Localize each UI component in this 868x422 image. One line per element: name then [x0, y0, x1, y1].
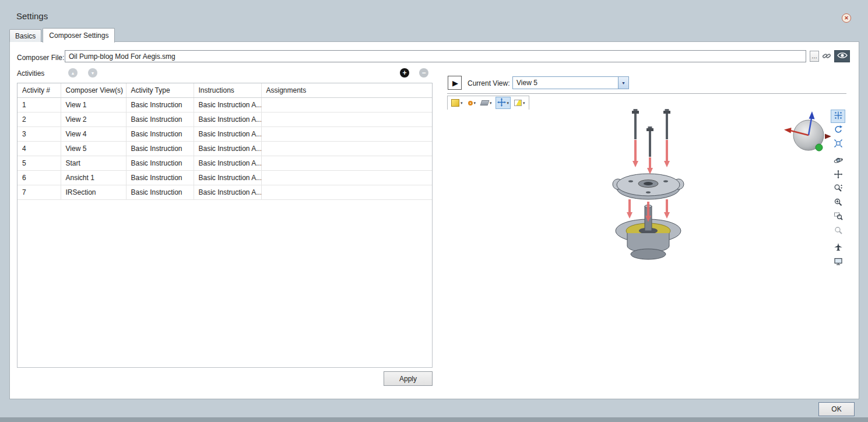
table-cell: 5: [17, 156, 61, 171]
table-cell: [261, 156, 432, 171]
table-cell: [261, 112, 432, 127]
table-cell: Basic Instruction: [126, 112, 194, 127]
table-row[interactable]: 3View 4Basic InstructionBasic Instructio…: [17, 127, 432, 142]
fly-through-button[interactable]: [831, 241, 845, 255]
orbit-button[interactable]: [831, 154, 845, 168]
move-mode-button[interactable]: ▾: [496, 97, 511, 109]
table-cell: Basic Instruction A...: [194, 98, 261, 112]
dropdown-arrow-icon[interactable]: ▼: [618, 77, 628, 89]
table-cell: Basic Instruction: [126, 142, 194, 156]
table-cell: Basic Instruction A...: [194, 142, 261, 156]
move-activity-up-button[interactable]: ▲: [68, 68, 78, 78]
orientation-orb[interactable]: [783, 108, 832, 160]
table-cell: 2: [17, 112, 61, 127]
add-activity-button[interactable]: +: [400, 68, 409, 78]
zoom-button[interactable]: [831, 182, 845, 196]
chevron-down-icon[interactable]: ▾: [461, 101, 463, 106]
markup-button[interactable]: ▾: [479, 97, 494, 109]
pump-cover: [613, 174, 684, 199]
table-cell: 4: [17, 142, 61, 156]
column-header[interactable]: Composer View(s): [61, 83, 126, 98]
zoom-area-icon: [834, 212, 843, 223]
bolt: [632, 109, 670, 157]
table-cell: IRSection: [61, 185, 126, 200]
activities-table-body: 1View 1Basic InstructionBasic Instructio…: [17, 98, 432, 200]
zoom-area-button[interactable]: [831, 210, 845, 224]
zoom-selection-button[interactable]: [831, 224, 845, 238]
eraser-icon: [480, 100, 490, 106]
turntable-button[interactable]: ▾: [466, 97, 478, 109]
window-bottom-edge: [0, 417, 868, 422]
table-row[interactable]: 4View 5Basic InstructionBasic Instructio…: [17, 142, 432, 156]
tab-composer-settings[interactable]: Composer Settings: [43, 28, 115, 43]
browse-button[interactable]: …: [810, 51, 819, 62]
zoom-selection-icon: [834, 226, 843, 237]
table-cell: [261, 185, 432, 200]
pan-button[interactable]: [831, 168, 845, 182]
window-title: Settings: [16, 11, 48, 21]
composer-file-input[interactable]: [65, 50, 806, 62]
table-cell: Ansicht 1: [61, 171, 126, 185]
target-move-button[interactable]: [831, 110, 845, 123]
column-header[interactable]: Activity #: [17, 83, 61, 98]
screen-icon: [834, 256, 843, 268]
table-row[interactable]: 6Ansicht 1Basic InstructionBasic Instruc…: [17, 171, 432, 185]
link-file-button[interactable]: [821, 51, 832, 62]
zoom-icon: [834, 184, 843, 195]
view-tools-toolbar: [831, 110, 845, 269]
zoom-in-button[interactable]: [831, 196, 845, 210]
plus-icon: +: [402, 69, 406, 77]
close-icon: ✕: [844, 15, 849, 21]
table-row[interactable]: 2View 2Basic InstructionBasic Instructio…: [17, 112, 432, 127]
play-icon: ▶: [452, 79, 458, 87]
player-toolbar: ▾ ▾ ▾ ▾ ▾: [447, 96, 529, 110]
column-header[interactable]: Instructions: [194, 83, 261, 98]
chevron-down-icon[interactable]: ▾: [474, 101, 476, 106]
chevron-down-icon[interactable]: ▾: [490, 101, 492, 106]
link-icon: [822, 51, 831, 62]
chevron-down-icon[interactable]: ▾: [507, 101, 509, 106]
column-header[interactable]: Assignments: [261, 83, 432, 98]
table-cell: [261, 171, 432, 185]
table-cell: Basic Instruction: [126, 127, 194, 142]
rotate-selection-button[interactable]: [831, 124, 845, 137]
zoom-in-icon: [834, 198, 843, 209]
table-cell: Basic Instruction A...: [194, 171, 261, 185]
tab-basics[interactable]: Basics: [9, 29, 41, 42]
airplane-icon: [834, 242, 843, 254]
play-button[interactable]: ▶: [448, 76, 462, 90]
ok-button[interactable]: OK: [818, 402, 855, 416]
table-cell: Basic Instruction A...: [194, 112, 261, 127]
views-button[interactable]: ▾: [449, 97, 465, 109]
close-button[interactable]: ✕: [842, 13, 851, 23]
screen-fit-button[interactable]: [831, 255, 845, 269]
move-activity-down-button[interactable]: ▼: [88, 68, 97, 78]
table-row[interactable]: 7IRSectionBasic InstructionBasic Instruc…: [17, 185, 432, 200]
table-cell: Basic Instruction: [126, 98, 194, 112]
activities-header-row: Activity #Composer View(s)Activity TypeI…: [17, 83, 432, 98]
chevron-down-icon[interactable]: ▾: [523, 101, 525, 106]
table-row[interactable]: 5StartBasic InstructionBasic Instruction…: [17, 156, 432, 171]
table-cell: Basic Instruction A...: [194, 185, 261, 200]
table-cell: 3: [17, 127, 61, 142]
table-cell: [261, 127, 432, 142]
expand-corners-icon: [834, 139, 843, 150]
highlight-icon: [514, 100, 522, 106]
apply-button[interactable]: Apply: [384, 371, 433, 386]
oil-pump-model[interactable]: [584, 107, 712, 265]
table-cell: 7: [17, 185, 61, 200]
table-cell: Basic Instruction: [126, 171, 194, 185]
current-view-dropdown[interactable]: View 5 ▼: [512, 76, 629, 89]
preview-button[interactable]: [834, 50, 850, 62]
crosshair-dots-icon: [834, 111, 843, 122]
table-cell: Basic Instruction: [126, 185, 194, 200]
pan-arrows-icon: [834, 170, 843, 181]
turntable-icon: [468, 101, 473, 106]
fit-selection-button[interactable]: [831, 138, 845, 151]
composer-file-label: Composer File:: [17, 54, 64, 62]
table-row[interactable]: 1View 1Basic InstructionBasic Instructio…: [17, 98, 432, 112]
highlight-button[interactable]: ▾: [512, 97, 527, 109]
remove-activity-button[interactable]: −: [419, 68, 428, 78]
column-header[interactable]: Activity Type: [126, 83, 194, 98]
table-cell: 1: [17, 98, 61, 112]
